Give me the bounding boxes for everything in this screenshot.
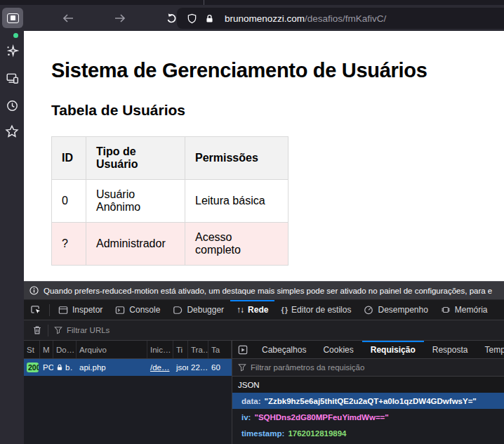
forward-icon xyxy=(114,13,126,23)
ai-chatbot-button[interactable] xyxy=(5,44,19,58)
play-box-icon xyxy=(238,345,248,355)
col-type[interactable]: Ti xyxy=(173,341,188,358)
sidebar-toggle-button[interactable] xyxy=(2,8,23,28)
tab-network[interactable]: ↑↓ Rede xyxy=(230,300,274,320)
tab-request[interactable]: Requisição xyxy=(362,341,424,358)
back-button[interactable] xyxy=(60,11,76,25)
network-main: St M Do… Arquivo Inic… Ti Tra… Ta 200 PO… xyxy=(24,341,504,444)
request-details-panel: Cabeçalhos Cookies Requisição Resposta T… xyxy=(232,341,504,444)
request-row-selected[interactable]: 200 POST brunomenozzi.com api.php /de… j… xyxy=(24,359,232,376)
synced-tabs-button[interactable] xyxy=(5,71,19,85)
tab-inspector[interactable]: Inspetor xyxy=(52,300,109,320)
col-initiator[interactable]: Inic… xyxy=(147,341,173,358)
sparkle-icon xyxy=(6,44,19,58)
request-size: 60 xyxy=(208,359,232,376)
shield-icon[interactable] xyxy=(187,13,197,24)
col-domain[interactable]: Do… xyxy=(53,341,77,358)
lock-icon[interactable] xyxy=(205,14,214,23)
notification-text: Quando prefers-reduced-motion está ativa… xyxy=(44,287,492,295)
gauge-icon xyxy=(364,305,373,315)
col-header-id: ID xyxy=(52,137,86,180)
tab-label: Rede xyxy=(248,305,268,315)
table-row: ? Administrador Acesso completo xyxy=(52,223,289,266)
request-initiator[interactable]: /de… xyxy=(150,363,170,372)
network-arrows-icon: ↑↓ xyxy=(237,305,244,315)
tab-strip xyxy=(0,0,504,5)
tab-label: Memória xyxy=(455,305,488,315)
request-method: POST xyxy=(40,359,53,376)
filter-funnel-icon xyxy=(54,326,62,334)
filter-funnel-icon xyxy=(238,363,246,372)
tab-label: Console xyxy=(129,305,160,315)
tab-cookies[interactable]: Cookies xyxy=(314,341,362,358)
tab-memory[interactable]: Memória xyxy=(435,300,494,320)
history-button[interactable] xyxy=(5,98,19,112)
request-type: json xyxy=(173,359,188,376)
tab-response[interactable]: Resposta xyxy=(424,341,477,358)
memory-chip-icon xyxy=(441,305,451,315)
col-size[interactable]: Ta xyxy=(208,341,232,358)
pick-element-button[interactable] xyxy=(24,300,47,320)
param-row-iv[interactable]: iv "SQHDns2dG80MPFeuYimdWw==" xyxy=(232,409,504,425)
tab-headers[interactable]: Cabeçalhos xyxy=(253,341,314,358)
url-bar[interactable]: brunomenozzi.com/desafios/fmKafivC/ xyxy=(177,8,504,29)
devtools-tab-bar: Inspetor Console Debugger ↑↓ Rede { } Ed… xyxy=(24,300,504,320)
debugger-icon xyxy=(173,306,183,315)
tab-timings[interactable]: Tempos xyxy=(476,341,504,358)
request-file: api.php xyxy=(77,359,147,376)
tab-debugger[interactable]: Debugger xyxy=(166,300,230,320)
clock-icon xyxy=(6,99,19,112)
divider xyxy=(49,304,50,316)
divider xyxy=(48,325,48,337)
json-section-label[interactable]: JSON xyxy=(232,377,504,393)
tab-label: Desempenho xyxy=(378,305,427,315)
back-icon xyxy=(62,13,74,23)
cell-tipo: Administrador xyxy=(86,223,185,266)
web-page: Sistema de Gerenciamento de Usuários Tab… xyxy=(24,31,504,281)
devtools-notification-bar: Quando prefers-reduced-motion está ativa… xyxy=(24,281,504,300)
col-status[interactable]: St xyxy=(24,341,40,358)
clear-requests-button[interactable] xyxy=(32,325,42,335)
devices-icon xyxy=(6,72,19,85)
bookmarks-button[interactable] xyxy=(5,124,19,138)
page-subtitle: Tabela de Usuários xyxy=(51,102,504,119)
filter-params-input[interactable] xyxy=(251,363,433,372)
tab-console[interactable]: Console xyxy=(109,300,166,320)
param-row-timestamp[interactable]: timestamp 1762012819894 xyxy=(232,425,504,441)
table-row: 0 Usuário Anônimo Leitura básica xyxy=(52,180,289,223)
url-domain: brunomenozzi.com xyxy=(225,13,305,24)
tab-label: Inspetor xyxy=(72,305,102,315)
forward-button[interactable] xyxy=(112,11,128,25)
col-method[interactable]: M xyxy=(40,341,53,358)
tab-label: Editor de estilos xyxy=(291,305,351,315)
tab-style-editor[interactable]: { } Editor de estilos xyxy=(274,300,357,320)
network-toolbar xyxy=(24,320,504,341)
request-list: St M Do… Arquivo Inic… Ti Tra… Ta 200 PO… xyxy=(24,341,232,444)
status-badge: 200 xyxy=(27,363,39,372)
col-header-tipo: Tipo de Usuário xyxy=(86,137,185,180)
reload-icon xyxy=(166,13,178,25)
params-filter-bar xyxy=(232,359,504,377)
filter-urls-input[interactable] xyxy=(67,326,207,334)
param-value: 1762012819894 xyxy=(288,429,346,438)
sidebar-toggle-icon xyxy=(7,13,19,23)
request-transferred: 22… xyxy=(188,359,208,376)
users-table: ID Tipo de Usuário Permissões 0 Usuário … xyxy=(51,136,289,266)
param-value: "SQHDns2dG80MPFeuYimdWw==" xyxy=(254,413,388,422)
param-value: "Zzbk9hz5e6aj5thitQE2u2aQT+a0Io1qzDW4GDw… xyxy=(265,397,477,405)
cell-permissoes: Acesso completo xyxy=(185,223,289,266)
col-header-permissoes: Permissões xyxy=(185,137,289,180)
lock-icon xyxy=(56,364,63,371)
cell-permissoes: Leitura básica xyxy=(185,180,289,223)
cell-id: 0 xyxy=(52,180,86,223)
braces-icon: { } xyxy=(281,306,287,314)
col-file[interactable]: Arquivo xyxy=(77,341,147,358)
info-icon xyxy=(29,286,39,295)
tab-performance[interactable]: Desempenho xyxy=(357,300,434,320)
cell-tipo: Usuário Anônimo xyxy=(86,180,185,223)
col-transferred[interactable]: Tra… xyxy=(188,341,208,358)
block-requests-button[interactable] xyxy=(232,341,253,358)
inspector-icon xyxy=(58,306,68,315)
url-path: /desafios/fmKafivC/ xyxy=(305,13,386,24)
param-row-data[interactable]: data "Zzbk9hz5e6aj5thitQE2u2aQT+a0Io1qzD… xyxy=(232,393,504,409)
